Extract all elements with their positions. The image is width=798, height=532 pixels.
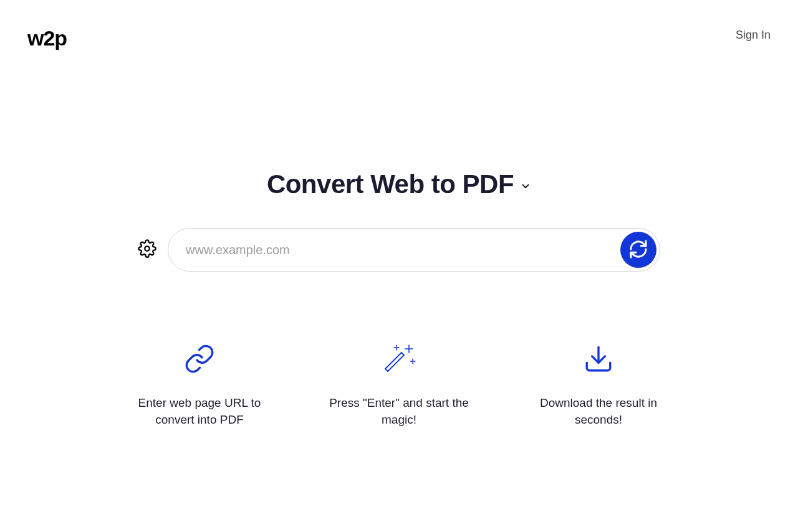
page-title: Convert Web to PDF bbox=[267, 169, 514, 199]
step-item: Enter web page URL to convert into PDF bbox=[128, 340, 271, 428]
step-text: Press "Enter" and start the magic! bbox=[327, 395, 471, 428]
url-input-container bbox=[168, 228, 660, 272]
svg-line-4 bbox=[401, 353, 404, 355]
url-input[interactable] bbox=[168, 228, 660, 272]
logo[interactable]: w2p bbox=[27, 26, 67, 50]
header: w2p Sign In bbox=[0, 0, 798, 70]
magic-wand-icon bbox=[382, 340, 416, 378]
svg-line-3 bbox=[385, 369, 388, 371]
step-text: Enter web page URL to convert into PDF bbox=[128, 395, 271, 428]
link-icon bbox=[184, 340, 215, 378]
main: Convert Web to PDF bbox=[0, 70, 798, 428]
step-item: Download the result in seconds! bbox=[527, 340, 670, 428]
step-item: Press "Enter" and start the magic! bbox=[327, 340, 471, 428]
download-icon bbox=[583, 340, 614, 378]
chevron-down-icon bbox=[520, 181, 531, 192]
steps: Enter web page URL to convert into PDF P… bbox=[0, 340, 798, 428]
sign-in-link[interactable]: Sign In bbox=[736, 29, 771, 42]
refresh-icon bbox=[628, 239, 648, 261]
convert-button[interactable] bbox=[620, 232, 656, 268]
title-dropdown[interactable]: Convert Web to PDF bbox=[267, 169, 531, 199]
svg-point-0 bbox=[145, 246, 150, 251]
step-text: Download the result in seconds! bbox=[527, 395, 670, 428]
settings-button[interactable] bbox=[138, 239, 156, 260]
gear-icon bbox=[138, 239, 156, 260]
input-row bbox=[0, 228, 798, 272]
